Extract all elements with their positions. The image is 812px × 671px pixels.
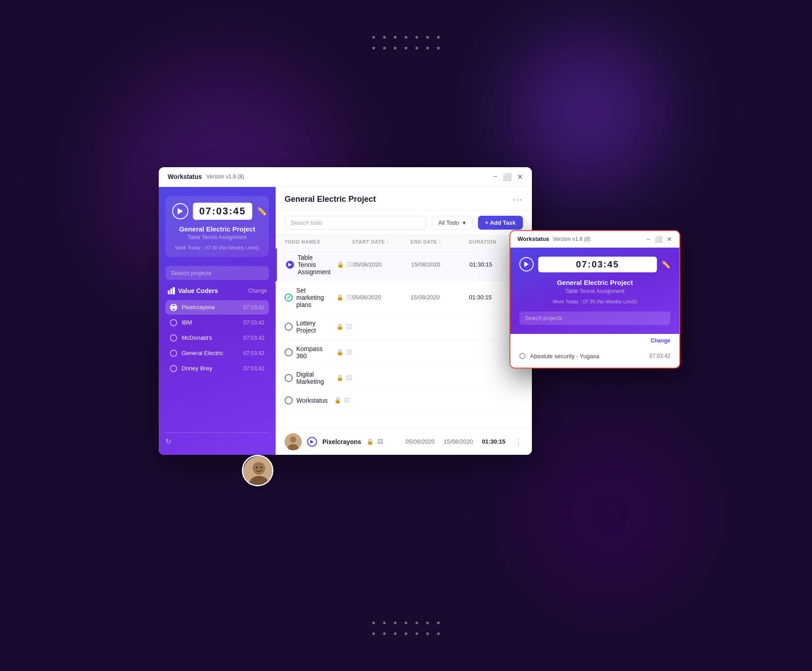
- task-name: Workstatus: [296, 397, 328, 404]
- task-icons: 🔒 🖼: [336, 349, 352, 355]
- secondary-minimize-button[interactable]: −: [647, 236, 650, 243]
- secondary-close-button[interactable]: ✕: [667, 236, 672, 243]
- task-name: Set marketing plans: [296, 287, 330, 308]
- org-icon: [167, 287, 175, 295]
- dot-grid-bottom: [372, 622, 440, 635]
- maximize-button[interactable]: ⬜: [503, 173, 512, 181]
- sec-timer-display: 07:03:45: [538, 257, 657, 272]
- more-options-button[interactable]: ···: [513, 194, 523, 204]
- play-bottom-button[interactable]: [307, 437, 317, 447]
- project-item-name: McDonald's: [182, 334, 243, 341]
- svg-point-12: [256, 467, 258, 468]
- search-todo-input[interactable]: [285, 216, 426, 230]
- project-radio-active: [170, 304, 177, 311]
- list-item[interactable]: General Electric 07:03:42: [165, 346, 269, 360]
- close-button[interactable]: ✕: [517, 173, 523, 181]
- main-toolbar: All Todo ▾ + Add Task: [276, 210, 532, 236]
- refresh-icon[interactable]: ↻: [165, 437, 171, 446]
- svg-marker-4: [288, 263, 292, 267]
- sec-project-list: Absolute security - Yugasa 07:03:42: [510, 346, 679, 368]
- secondary-maximize-button[interactable]: ⬜: [655, 236, 662, 243]
- sidebar-project-name: General Electric Project: [172, 225, 262, 233]
- org-row: Value Coders Change: [165, 287, 269, 295]
- svg-point-6: [290, 436, 296, 443]
- bottom-more-button[interactable]: ⋮: [514, 437, 523, 447]
- task-icons: 🔒 🖼: [336, 374, 352, 381]
- bottom-task-name: Pixelcrayons: [322, 438, 361, 445]
- project-radio: [170, 350, 177, 357]
- end-date-cell: 15/08/2020: [410, 294, 469, 301]
- project-radio: [170, 319, 177, 326]
- dot-grid-top: [372, 36, 440, 49]
- todo-table: TODO NAMES START DATE ↑ END DATE ↑ DURAT…: [276, 236, 532, 428]
- secondary-title-bar: Workstatus Version v1.8 (8) − ⬜ ✕: [510, 231, 679, 248]
- svg-rect-1: [168, 290, 170, 294]
- lock-icon: 🔒: [336, 374, 344, 381]
- table-row[interactable]: Workstatus 🔒 🖼: [276, 391, 532, 410]
- sec-edit-button[interactable]: ✏️: [661, 260, 670, 269]
- svg-marker-8: [310, 440, 314, 444]
- work-today-label: Work Today : 07:30 (No Weekly Limit)): [172, 245, 262, 250]
- table-header: TODO NAMES START DATE ↑ END DATE ↑ DURAT…: [276, 236, 532, 249]
- sec-change-link[interactable]: Change: [651, 338, 670, 344]
- list-item[interactable]: McDonald's 07:03:42: [165, 331, 269, 345]
- minimize-button[interactable]: −: [493, 173, 497, 181]
- sec-search-input[interactable]: [519, 311, 670, 325]
- status-empty-icon: [285, 396, 293, 404]
- svg-rect-3: [173, 287, 175, 294]
- status-empty-icon: [285, 374, 293, 382]
- bottom-bar: Pixelcrayons 🔒 🖼 05/08/2020 15/08/2020 0…: [276, 428, 532, 455]
- project-item-name: Pixelcrayons: [182, 304, 243, 311]
- project-item-name: Dnney Brey: [182, 365, 243, 372]
- primary-window: Workstatus Version v1.8 (8) − ⬜ ✕ 07:03:…: [159, 167, 532, 455]
- sec-project-name: General Electric Project: [519, 279, 670, 286]
- col-start-date: START DATE ↑: [352, 239, 410, 244]
- task-cell: Lottery Project 🔒 🖼: [285, 320, 352, 334]
- avatar: [285, 433, 302, 450]
- timer-row: 07:03:45 ✏️: [172, 203, 262, 220]
- sidebar: 07:03:45 ✏️ General Electric Project Tab…: [159, 187, 276, 455]
- list-item[interactable]: Pixelcrayons 07:03:42: [165, 300, 269, 315]
- table-row[interactable]: ✓ Set marketing plans 🔒 🖼 05/08/2020 15/…: [276, 281, 532, 314]
- image-icon: 🖼: [346, 374, 352, 381]
- sidebar-bottom: ↻: [165, 432, 269, 446]
- list-item[interactable]: Dnney Brey 07:03:42: [165, 361, 269, 376]
- project-radio: [170, 334, 177, 342]
- lock-icon: 🔒: [336, 349, 344, 355]
- list-item[interactable]: Absolute security - Yugasa 07:03:42: [510, 349, 679, 363]
- table-row[interactable]: Digital Marketing 🔒 🖼: [276, 365, 532, 391]
- search-projects-input[interactable]: [165, 266, 269, 280]
- edit-timer-button[interactable]: ✏️: [257, 206, 267, 216]
- bottom-dates: 05/08/2020 15/08/2020 01:30:15 ⋮: [406, 437, 523, 447]
- play-button[interactable]: [172, 203, 188, 219]
- table-row[interactable]: Table Tennis Assignment 🔒 🖼 05/08/2020 1…: [276, 249, 532, 281]
- task-cell: Digital Marketing 🔒 🖼: [285, 371, 352, 385]
- status-empty-icon: [285, 348, 293, 356]
- sec-project-time: 07:03:42: [649, 353, 670, 359]
- add-task-button[interactable]: + Add Task: [478, 216, 523, 230]
- lock-icon: 🔒: [336, 294, 344, 301]
- bottom-image-icon: 🖼: [377, 438, 383, 445]
- table-row[interactable]: Kompass 360 🔒 🖼: [276, 340, 532, 365]
- sec-task-name: Table Tennis Assignment: [519, 288, 670, 294]
- task-icons: 🔒 🖼: [334, 397, 350, 404]
- timer-display: 07:03:45: [193, 203, 252, 220]
- image-icon: 🖼: [346, 294, 352, 301]
- bottom-icons: 🔒 🖼: [366, 438, 383, 445]
- project-list: Pixelcrayons 07:03:42 IBM 07:03:42 McDon…: [165, 300, 269, 432]
- sec-work-today: Work Today : 07:30 (No Weekly Limit)): [519, 299, 670, 304]
- sec-project-name-text: Absolute security - Yugasa: [530, 353, 649, 360]
- list-item[interactable]: IBM 07:03:42: [165, 316, 269, 330]
- main-title: General Electric Project: [285, 195, 376, 204]
- sec-change-row: Change: [510, 334, 679, 346]
- change-org-link[interactable]: Change: [248, 288, 267, 294]
- image-icon: 🖼: [347, 261, 352, 268]
- sec-play-button[interactable]: [519, 257, 534, 271]
- app-name: Workstatus: [168, 173, 202, 180]
- start-date-cell: 05/08/2020: [352, 294, 410, 301]
- timer-section: 07:03:45 ✏️ General Electric Project Tab…: [165, 196, 269, 257]
- task-cell: Kompass 360 🔒 🖼: [285, 345, 352, 360]
- table-row[interactable]: Lottery Project 🔒 🖼: [276, 314, 532, 340]
- filter-dropdown[interactable]: All Todo ▾: [432, 216, 473, 230]
- status-check-icon: ✓: [285, 293, 293, 302]
